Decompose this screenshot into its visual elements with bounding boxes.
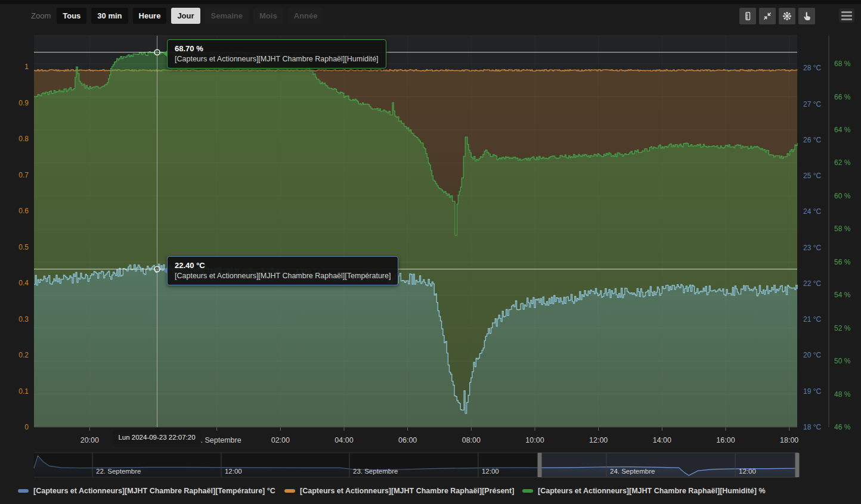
chart-plot-area[interactable] — [0, 0, 861, 504]
menu-bar — [841, 11, 852, 13]
menu-bar — [841, 15, 852, 17]
legend-item-present[interactable]: [Capteurs et Actionneurs][MJHT Chambre R… — [284, 487, 514, 495]
zoom-toolbar: Zoom Tous 30 min Heure Jour Semaine Mois… — [31, 8, 323, 24]
zoom-range-button-annee: Année — [288, 8, 324, 24]
legend-label-humidity: [Capteurs et Actionneurs][MJHT Chambre R… — [538, 487, 766, 495]
series-area-2 — [34, 264, 797, 427]
navigator-handle-right[interactable] — [795, 453, 800, 477]
menu-bar — [841, 18, 852, 20]
zoom-label: Zoom — [31, 11, 51, 20]
legend-item-humidity[interactable]: [Capteurs et Actionneurs][MJHT Chambre R… — [522, 487, 766, 495]
navigator-mask — [34, 453, 540, 477]
hand-icon[interactable] — [798, 8, 815, 24]
crosshair-date-label: Lun 2024-09-23 22:07:20 — [113, 430, 200, 444]
zoom-range-button-heure[interactable]: Heure — [133, 8, 167, 24]
temperature-point-marker — [154, 266, 160, 272]
zoom-range-button-30min[interactable]: 30 min — [91, 8, 128, 24]
tooltip-temperature-value: 22.40 °C — [175, 261, 391, 270]
collapse-arrows-icon[interactable] — [759, 8, 776, 24]
tooltip-humidity: 68.70 % [Capteurs et Actionneurs][MJHT C… — [167, 39, 386, 69]
legend-label-present: [Capteurs et Actionneurs][MJHT Chambre R… — [300, 487, 514, 495]
tooltip-temperature: 22.40 °C [Capteurs et Actionneurs][MJHT … — [167, 256, 398, 285]
legend-swatch-temperature — [18, 489, 29, 493]
menu-icon[interactable] — [839, 8, 854, 23]
tooltip-temperature-series: [Capteurs et Actionneurs][MJHT Chambre R… — [175, 272, 391, 280]
legend-swatch-humidity — [522, 489, 533, 493]
zoom-range-button-mois: Mois — [253, 8, 283, 24]
zoom-range-button-tous[interactable]: Tous — [57, 8, 86, 24]
tooltip-humidity-value: 68.70 % — [175, 44, 379, 53]
legend: [Capteurs et Actionneurs][MJHT Chambre R… — [0, 487, 861, 500]
zoom-range-button-jour[interactable]: Jour — [171, 8, 200, 24]
tooltip-humidity-series: [Capteurs et Actionneurs][MJHT Chambre R… — [175, 55, 379, 63]
legend-label-temperature: [Capteurs et Actionneurs][MJHT Chambre R… — [33, 487, 275, 495]
legend-item-temperature[interactable]: [Capteurs et Actionneurs][MJHT Chambre R… — [18, 487, 275, 495]
humidity-point-marker — [154, 49, 160, 55]
chart-panel: Zoom Tous 30 min Heure Jour Semaine Mois… — [0, 0, 861, 504]
navigator-handle-left[interactable] — [538, 453, 542, 477]
chart-tools — [739, 8, 815, 24]
ruler-icon[interactable] — [739, 8, 756, 24]
zoom-range-button-semaine: Semaine — [205, 8, 249, 24]
legend-swatch-present — [284, 489, 295, 493]
snowflake-icon[interactable] — [779, 8, 795, 24]
